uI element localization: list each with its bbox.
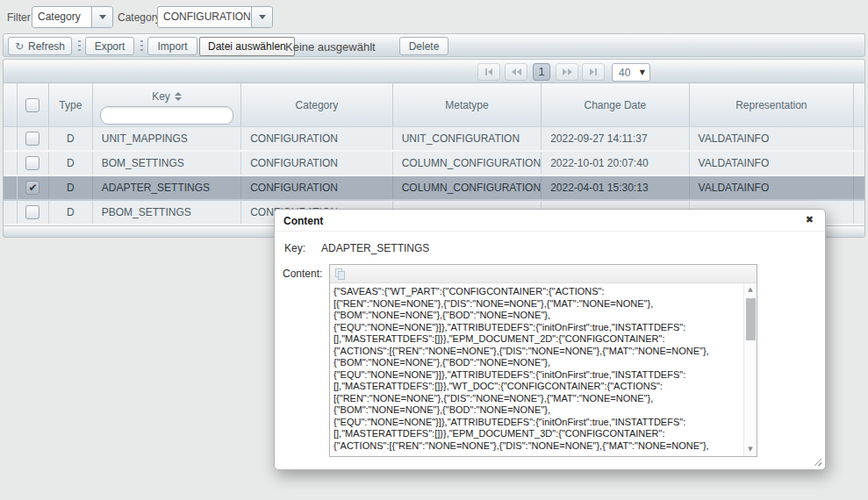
column-header-representation: Representation bbox=[690, 83, 854, 126]
select-all-checkbox[interactable] bbox=[25, 98, 39, 112]
filter-dropdown-button[interactable] bbox=[91, 7, 112, 27]
cell-category: CONFIGURATION bbox=[241, 176, 392, 199]
key-filter-input[interactable] bbox=[100, 106, 233, 125]
prev-page-icon bbox=[512, 68, 516, 75]
column-header-key-label: Key bbox=[152, 90, 170, 103]
paginator-first-button[interactable] bbox=[477, 63, 500, 81]
dialog-title: Content bbox=[283, 215, 323, 227]
paginator-next-button[interactable] bbox=[556, 63, 578, 81]
column-header-key[interactable]: Key bbox=[93, 83, 241, 126]
file-choose-button[interactable]: Datei auswählen bbox=[199, 37, 295, 56]
first-page-icon bbox=[485, 68, 487, 75]
cell-key: PBOM_SETTINGS bbox=[93, 201, 241, 224]
rows-per-page-select[interactable]: 40 ▼ bbox=[612, 63, 650, 82]
filter-label: Filter bbox=[7, 11, 31, 24]
cell-change-date: 2022-10-01 20:07:40 bbox=[542, 152, 689, 175]
cell-change-date: 2022-09-27 14:11:37 bbox=[542, 127, 689, 150]
copy-icon[interactable] bbox=[335, 268, 348, 281]
cell-key: ADAPTER_SETTINGS bbox=[93, 176, 241, 199]
last-page-icon bbox=[590, 68, 594, 75]
import-button[interactable]: Import bbox=[147, 37, 197, 55]
column-header-type: Type bbox=[49, 83, 93, 126]
table-row-selected[interactable]: ✔ D ADAPTER_SETTINGS CONFIGURATION COLUM… bbox=[4, 176, 864, 201]
filter-dropdown[interactable]: Category bbox=[32, 6, 113, 28]
category-dropdown[interactable]: CONFIGURATION bbox=[157, 6, 273, 28]
chevron-down-icon: ▼ bbox=[640, 68, 649, 76]
category-dropdown-button[interactable] bbox=[251, 7, 272, 27]
cell-key: BOM_SETTINGS bbox=[93, 152, 241, 175]
check-icon: ✔ bbox=[28, 182, 37, 193]
cell-type: D bbox=[49, 127, 93, 150]
cell-category: CONFIGURATION bbox=[241, 152, 392, 175]
scrollbar-thumb[interactable] bbox=[746, 298, 756, 340]
cell-representation: VALDATAINFO bbox=[690, 127, 854, 150]
table-header-row: Type Key Category Metatype Change Date R… bbox=[4, 83, 864, 127]
delete-button-label: Delete bbox=[409, 40, 440, 53]
cell-representation: VALDATAINFO bbox=[690, 152, 854, 175]
content-editor-toolbar bbox=[330, 265, 757, 283]
toolbar-separator bbox=[78, 40, 81, 52]
scroll-down-icon[interactable]: ▼ bbox=[744, 444, 757, 455]
export-button-label: Export bbox=[95, 40, 126, 53]
column-header-category: Category bbox=[241, 83, 392, 126]
column-header-metatype: Metatype bbox=[393, 83, 542, 126]
file-choose-button-label: Datei auswählen bbox=[208, 40, 286, 53]
content-dialog: Content ✖ Key: ADAPTER_SETTINGS Content:… bbox=[274, 209, 826, 470]
row-checkbox[interactable] bbox=[25, 205, 39, 219]
refresh-button[interactable]: ↻ Refresh bbox=[8, 37, 72, 55]
close-icon[interactable]: ✖ bbox=[806, 214, 814, 225]
cell-type: D bbox=[49, 176, 93, 199]
toolbar-separator bbox=[140, 40, 143, 52]
cell-metatype: COLUMN_CONFIGURATION bbox=[393, 152, 542, 175]
dialog-key-value: ADAPTER_SETTINGS bbox=[321, 242, 429, 254]
import-button-label: Import bbox=[157, 40, 187, 53]
file-status-text: Keine ausgewählt bbox=[285, 40, 376, 54]
row-checkbox[interactable] bbox=[25, 132, 39, 146]
cell-representation: VALDATAINFO bbox=[690, 176, 854, 199]
column-header-change-date: Change Date bbox=[542, 83, 689, 126]
category-dropdown-value: CONFIGURATION bbox=[158, 7, 251, 27]
rows-per-page-value: 40 bbox=[613, 67, 640, 79]
cell-category: CONFIGURATION bbox=[241, 127, 392, 150]
refresh-button-label: Refresh bbox=[28, 40, 65, 53]
next-page-icon bbox=[563, 68, 567, 75]
data-table: Type Key Category Metatype Change Date R… bbox=[3, 83, 865, 225]
refresh-icon: ↻ bbox=[15, 41, 24, 52]
row-checkbox[interactable] bbox=[25, 156, 39, 170]
header-checkbox-cell bbox=[17, 83, 49, 126]
content-text-area[interactable]: {"SAVEAS":{"WT_PART":{"CONFIGCONTAINER":… bbox=[330, 283, 757, 456]
content-json-text[interactable]: {"SAVEAS":{"WT_PART":{"CONFIGCONTAINER":… bbox=[330, 283, 743, 456]
dialog-resize-handle[interactable] bbox=[812, 456, 821, 466]
filter-bar: Filter Category Category CONFIGURATION bbox=[0, 0, 868, 32]
cell-metatype: UNIT_CONFIGURATION bbox=[393, 127, 542, 150]
current-page-number: 1 bbox=[539, 66, 545, 78]
content-editor: {"SAVEAS":{"WT_PART":{"CONFIGCONTAINER":… bbox=[329, 264, 757, 457]
scroll-up-icon[interactable]: ▲ bbox=[744, 284, 757, 296]
cell-change-date: 2022-04-01 15:30:13 bbox=[542, 176, 689, 199]
dialog-key-label: Key: bbox=[284, 242, 305, 254]
paginator-last-button[interactable] bbox=[582, 63, 605, 81]
paginator-page-1[interactable]: 1 bbox=[533, 63, 550, 81]
sort-icon[interactable] bbox=[175, 92, 182, 101]
chevron-down-icon bbox=[99, 15, 106, 19]
delete-button[interactable]: Delete bbox=[399, 37, 448, 55]
toolbar: ↻ Refresh Export Import Datei auswählen … bbox=[3, 33, 865, 57]
paginator-prev-button[interactable] bbox=[505, 63, 527, 81]
export-button[interactable]: Export bbox=[85, 37, 134, 55]
chevron-down-icon bbox=[259, 15, 266, 19]
table-row[interactable]: D BOM_SETTINGS CONFIGURATION COLUMN_CONF… bbox=[4, 152, 864, 176]
header-filler-cell bbox=[854, 83, 864, 126]
paginator: 1 40 ▼ bbox=[3, 59, 865, 83]
cell-metatype: COLUMN_CONFIGURATION bbox=[393, 176, 542, 199]
app-screen: Filter Category Category CONFIGURATION ↻… bbox=[0, 0, 868, 500]
cell-type: D bbox=[49, 201, 93, 224]
table-row[interactable]: D UNIT_MAPPINGS CONFIGURATION UNIT_CONFI… bbox=[4, 127, 864, 152]
dialog-content-label: Content: bbox=[283, 268, 322, 280]
category-label: Category bbox=[118, 11, 161, 24]
content-scrollbar[interactable]: ▲ ▼ bbox=[743, 283, 757, 456]
cell-key: UNIT_MAPPINGS bbox=[93, 127, 241, 150]
dialog-title-separator bbox=[275, 231, 825, 232]
cell-type: D bbox=[49, 152, 93, 175]
filter-dropdown-value: Category bbox=[32, 7, 91, 27]
row-checkbox-checked[interactable]: ✔ bbox=[25, 181, 39, 195]
